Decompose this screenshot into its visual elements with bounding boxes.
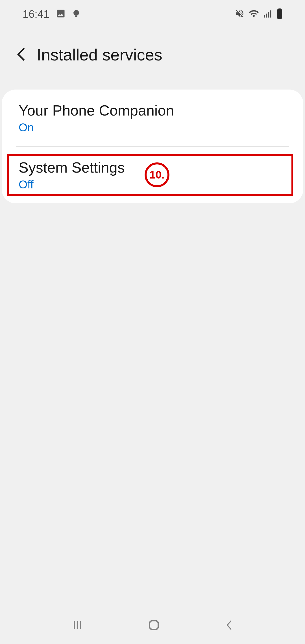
svg-rect-3	[266, 14, 267, 18]
svg-rect-1	[75, 16, 77, 17]
service-item-phone-companion[interactable]: Your Phone Companion On	[2, 90, 303, 146]
navigation-bar	[0, 607, 305, 644]
image-icon	[56, 8, 66, 20]
wifi-icon	[249, 9, 259, 19]
recents-button[interactable]	[71, 619, 83, 632]
svg-point-0	[73, 10, 79, 16]
page-header: Installed services	[0, 28, 305, 90]
mute-icon	[235, 9, 245, 19]
service-title: Your Phone Companion	[19, 102, 286, 119]
status-time: 16:41	[23, 8, 49, 20]
service-status: On	[19, 121, 286, 134]
svg-rect-6	[277, 9, 282, 19]
page-title: Installed services	[37, 45, 162, 64]
battery-icon	[277, 8, 282, 20]
bulb-icon	[72, 9, 80, 19]
back-button[interactable]	[17, 47, 25, 62]
service-status: Off	[19, 178, 286, 191]
status-left: 16:41	[23, 8, 80, 20]
signal-icon	[263, 9, 273, 19]
svg-rect-2	[264, 15, 265, 18]
home-button[interactable]	[147, 619, 160, 633]
status-bar: 16:41	[0, 0, 305, 28]
service-title: System Settings	[19, 159, 286, 176]
svg-rect-7	[278, 8, 281, 10]
services-card: Your Phone Companion On System Settings …	[2, 90, 303, 203]
status-right	[235, 8, 282, 20]
svg-rect-4	[268, 12, 269, 18]
back-nav-button[interactable]	[225, 619, 234, 632]
svg-rect-5	[270, 10, 271, 18]
service-item-system-settings[interactable]: System Settings Off	[2, 147, 303, 203]
svg-rect-11	[150, 621, 158, 630]
